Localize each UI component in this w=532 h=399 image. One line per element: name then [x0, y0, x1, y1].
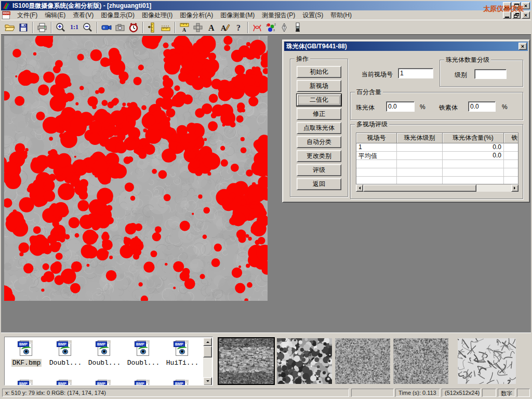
status-position: x: 510 y: 79 idx: 0 RGB: (174, 174, 174) — [2, 389, 349, 397]
picker-button[interactable] — [277, 21, 291, 34]
file-name[interactable]: HuiTi... — [165, 359, 200, 367]
binarize-button[interactable]: 二值化 — [297, 94, 341, 106]
pick-pearlite-button[interactable]: 点取珠光体 — [297, 122, 341, 134]
scrollbar-thumb[interactable] — [203, 346, 212, 357]
multi-field-group: 多视场评级 视场号 珠光体级别 珠光体含量(%) 铁素体 1 0.0 平均值 0… — [350, 124, 523, 199]
save-button[interactable] — [17, 21, 30, 34]
file-item[interactable]: BMP Doubl... — [47, 340, 84, 367]
mdi-close-button[interactable]: × — [522, 11, 530, 19]
dialog-close-button[interactable]: × — [518, 43, 527, 50]
thumbnail-2[interactable] — [277, 338, 332, 384]
menu-item-settings[interactable]: 设置(S) — [299, 10, 327, 20]
pearlite-percent-input[interactable] — [386, 101, 415, 112]
file-item[interactable]: BMP HuiTi... — [164, 340, 201, 367]
grade-button[interactable]: 评级 — [297, 164, 341, 176]
menu-item-measure-report[interactable]: 测量报告(P) — [258, 10, 299, 20]
thumbnail-3-canvas — [335, 338, 390, 384]
thumbnail-1[interactable] — [219, 338, 274, 384]
edit-text-button[interactable]: A — [218, 21, 232, 34]
scrollbar-thumb[interactable] — [363, 184, 476, 192]
mdi-minimize-button[interactable] — [503, 11, 511, 19]
menu-item-view[interactable]: 查看(V) — [69, 10, 97, 20]
file-item[interactable]: BMP Doubl... — [86, 340, 123, 367]
thumbnail-5-canvas — [458, 338, 516, 384]
change-class-button[interactable]: 更改类别 — [297, 150, 341, 162]
new-field-button[interactable]: 新视场 — [297, 80, 341, 92]
mdi-restore-button[interactable] — [512, 11, 521, 19]
initialize-button[interactable]: 初始化 — [297, 66, 341, 78]
file-name[interactable]: Doubl... — [126, 359, 161, 367]
file-item[interactable]: BMP DKF.bmp — [8, 340, 45, 367]
table-row[interactable]: 1 0.0 — [356, 143, 518, 152]
table-row[interactable]: 平均值 0.0 — [356, 152, 518, 160]
particle-count-button[interactable]: 123 — [264, 21, 277, 34]
dialog-titlebar[interactable]: 珠光体(GB/T9441-88) × — [284, 42, 528, 51]
menu-item-file[interactable]: 文件(F) — [14, 10, 41, 20]
ruler-icon — [161, 22, 171, 33]
auto-classify-button[interactable]: 自动分类 — [297, 136, 341, 148]
menu-item-image-processing[interactable]: 图像处理(I) — [138, 10, 176, 20]
scroll-up-button[interactable] — [203, 338, 212, 346]
column-header[interactable]: 珠光体含量(%) — [443, 133, 504, 143]
micrograph-canvas[interactable] — [4, 36, 268, 301]
help-button[interactable]: ? — [232, 21, 245, 34]
operations-group-label: 操作 — [295, 55, 310, 62]
ferrite-percent-input[interactable] — [468, 101, 496, 112]
column-header[interactable]: 铁素体 — [504, 133, 518, 143]
caliper-button[interactable] — [145, 21, 159, 34]
rating-table[interactable]: 视场号 珠光体级别 珠光体含量(%) 铁素体 1 0.0 平均值 0.0 — [356, 132, 518, 184]
file-browser[interactable]: BMP DKF.bmp BMP Doubl... BMP Doubl... BM… — [4, 337, 213, 385]
file-item[interactable]: BMP — [86, 380, 123, 385]
menu-item-image-analysis[interactable]: 图像分析(A) — [176, 10, 217, 20]
file-item[interactable]: BMP Doubl... — [125, 340, 162, 367]
file-name[interactable]: DKF.bmp — [11, 359, 42, 367]
thumbnail-4[interactable] — [393, 338, 448, 384]
menu-item-image-display[interactable]: 图像显示(D) — [97, 10, 138, 20]
svg-text:2: 2 — [274, 23, 276, 26]
column-header[interactable]: 珠光体级别 — [397, 133, 443, 143]
file-item[interactable]: BMP — [47, 380, 84, 385]
level-input[interactable] — [474, 69, 507, 79]
stitch-button[interactable] — [191, 21, 205, 34]
print-button[interactable] — [35, 21, 49, 34]
file-item[interactable]: BMP — [125, 380, 162, 385]
curve-measure-button[interactable] — [250, 21, 264, 34]
video-capture-button[interactable] — [100, 21, 113, 34]
menu-item-edit[interactable]: 编辑(E) — [41, 10, 69, 20]
thumbnail-3[interactable] — [335, 338, 390, 384]
menu-item-help[interactable]: 帮助(H) — [327, 10, 355, 20]
scroll-left-button[interactable] — [356, 184, 363, 192]
file-item[interactable]: BMP — [8, 380, 45, 385]
menubar: DOC 文件(F) 编辑(E) 查看(V) 图像显示(D) 图像处理(I) 图像… — [1, 10, 531, 20]
measure-text-button[interactable]: A — [178, 21, 191, 34]
zoom-in-button[interactable] — [54, 21, 68, 34]
file-item[interactable]: BMP — [164, 380, 201, 385]
file-name[interactable]: Doubl... — [87, 359, 122, 367]
thumbnail-5[interactable] — [458, 338, 516, 384]
column-header[interactable]: 视场号 — [356, 133, 397, 143]
timer-button[interactable] — [127, 21, 140, 34]
window-title: IS100显微摄像系统(金相分析版) - [zhuguangti01] — [12, 2, 151, 10]
table-horizontal-scrollbar[interactable] — [356, 184, 518, 192]
scroll-right-button[interactable] — [511, 184, 518, 192]
return-button[interactable]: 返回 — [297, 178, 341, 190]
zoom-out-button[interactable] — [81, 21, 95, 34]
file-browser-scrollbar[interactable] — [203, 338, 212, 385]
current-field-input[interactable] — [398, 68, 433, 78]
ruler-button[interactable] — [159, 21, 172, 34]
text-annotation-button[interactable]: A — [205, 21, 218, 34]
actual-size-button[interactable]: 1:1 — [68, 21, 81, 34]
window-close-button[interactable]: × — [522, 2, 530, 9]
pearlite-label: 珠光体 — [356, 103, 375, 112]
window-maximize-button[interactable] — [512, 2, 521, 9]
snapshot-button[interactable] — [113, 21, 127, 34]
window-minimize-button[interactable] — [503, 2, 511, 9]
brush-button[interactable] — [291, 21, 304, 34]
menu-item-image-measure[interactable]: 图像测量(M) — [217, 10, 258, 20]
letter-a-pencil-icon: A — [220, 22, 230, 33]
scroll-down-button[interactable] — [203, 377, 212, 385]
correct-button[interactable]: 修正 — [297, 108, 341, 120]
table-row-empty — [356, 160, 518, 168]
open-file-button[interactable] — [3, 21, 17, 34]
file-name[interactable]: Doubl... — [48, 359, 83, 367]
